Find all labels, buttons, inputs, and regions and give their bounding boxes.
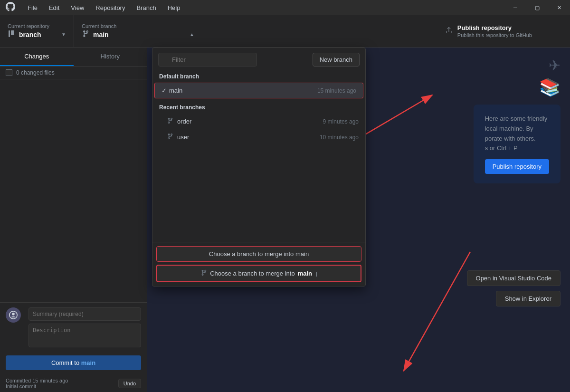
window-controls: ─ ▢ ✕ xyxy=(504,0,570,15)
branch-item-order[interactable]: order 9 minutes ago xyxy=(152,114,365,129)
last-commit-bar: Committed 15 minutes ago Initial commit … xyxy=(0,375,147,392)
tab-history[interactable]: History xyxy=(74,48,147,66)
titlebar: File Edit View Repository Branch Help ─ … xyxy=(0,0,570,15)
menu-help[interactable]: Help xyxy=(163,2,185,13)
branch-time-user: 10 minutes ago xyxy=(320,134,359,141)
cursor-indicator: | xyxy=(316,271,317,277)
committed-time: Committed 15 minutes ago xyxy=(6,378,68,383)
commit-description-input[interactable] xyxy=(28,324,141,347)
tab-changes[interactable]: Changes xyxy=(0,48,74,66)
merge-button-1[interactable]: Choose a branch to merge into main xyxy=(156,246,361,262)
branch-git-icon-order xyxy=(167,117,175,125)
open-vscode-button[interactable]: Open in Visual Studio Code xyxy=(467,270,560,286)
merge-btn-2-branch: main xyxy=(298,270,312,277)
recent-branches-section-title: Recent branches xyxy=(152,102,365,114)
current-branch-section[interactable]: Current branch main ▲ xyxy=(74,15,202,47)
branch-name-order: order xyxy=(177,118,323,125)
merge-btn-1-label: Choose a branch to merge into main xyxy=(209,250,309,258)
menu-repository[interactable]: Repository xyxy=(91,2,130,13)
search-wrap: 🔍 xyxy=(158,53,309,67)
branch-chevron-icon: ▲ xyxy=(190,32,194,37)
branch-dropdown: 🔍 New branch Default branch ✓ main 15 mi… xyxy=(152,48,366,287)
show-explorer-button[interactable]: Show in Explorer xyxy=(496,291,560,306)
publish-repository-button[interactable]: Publish repository xyxy=(485,159,549,174)
branch-icon xyxy=(82,30,89,39)
new-branch-button[interactable]: New branch xyxy=(313,53,360,67)
commit-message: Initial commit xyxy=(6,383,68,389)
branch-item-main[interactable]: ✓ main 15 minutes ago xyxy=(154,83,363,98)
undo-button[interactable]: Undo xyxy=(118,379,141,388)
current-repo-section[interactable]: Current repository branch ▼ xyxy=(0,15,74,47)
sidebar-tabs: Changes History xyxy=(0,48,147,67)
menu-edit[interactable]: Edit xyxy=(44,2,64,13)
merge-branch-icon xyxy=(200,269,207,277)
publish-repo-title: Publish repository xyxy=(457,24,532,31)
select-all-checkbox[interactable] xyxy=(6,69,12,76)
branch-time-order: 9 minutes ago xyxy=(323,118,359,125)
sidebar: Changes History 0 changed files xyxy=(0,48,147,392)
menu-branch[interactable]: Branch xyxy=(132,2,161,13)
close-button[interactable]: ✕ xyxy=(548,0,570,15)
menu-file[interactable]: File xyxy=(23,2,42,13)
info-text-3: porate with others. xyxy=(485,134,549,144)
current-branch-value: main xyxy=(93,31,109,38)
dropdown-search-area: 🔍 New branch xyxy=(152,48,365,71)
menu-view[interactable]: View xyxy=(66,2,89,13)
changed-files-count: 0 changed files xyxy=(16,69,55,76)
branch-name-user: user xyxy=(177,134,320,141)
upload-icon xyxy=(445,27,453,36)
book-icon: 📚 xyxy=(539,77,560,97)
toolbar: Current repository branch ▼ Current bran… xyxy=(0,15,570,48)
maximize-button[interactable]: ▢ xyxy=(526,0,548,15)
branch-name-main: main xyxy=(169,87,317,94)
commit-area: Commit to main xyxy=(0,302,147,375)
branch-git-icon-user xyxy=(167,133,175,141)
info-text-4: s or Ctrl + P xyxy=(485,143,549,153)
merge-button-2[interactable]: Choose a branch to merge into main | xyxy=(156,265,361,282)
commit-button[interactable]: Commit to main xyxy=(6,355,141,370)
current-repo-label: Current repository xyxy=(8,23,66,29)
repo-icon xyxy=(8,30,15,39)
svg-line-4 xyxy=(404,252,470,371)
branch-check-icon: ✓ xyxy=(162,87,169,94)
menu-bar: File Edit View Repository Branch Help xyxy=(23,2,185,13)
sidebar-content xyxy=(0,79,147,302)
default-branch-section-title: Default branch xyxy=(152,71,365,83)
svg-rect-0 xyxy=(9,30,10,37)
branch-filter-input[interactable] xyxy=(158,53,257,67)
publish-repo-subtitle: Publish this repository to GitHub xyxy=(457,32,532,38)
svg-rect-1 xyxy=(11,30,14,35)
current-branch-label: Current branch xyxy=(82,23,194,29)
merge-btn-2-prefix: Choose a branch to merge into xyxy=(210,270,295,277)
minimize-button[interactable]: ─ xyxy=(504,0,526,15)
dropdown-footer: Choose a branch to merge into main Choos… xyxy=(152,242,365,286)
branch-time-main: 15 minutes ago xyxy=(317,87,356,94)
github-logo-icon xyxy=(6,2,15,14)
changes-bar: 0 changed files xyxy=(0,67,147,79)
avatar xyxy=(6,307,21,323)
branch-item-user[interactable]: user 10 minutes ago xyxy=(152,129,365,145)
info-text-2: local machine. By xyxy=(485,124,549,134)
publish-toolbar-section[interactable]: Publish repository Publish this reposito… xyxy=(436,15,570,47)
commit-summary-input[interactable] xyxy=(28,307,141,321)
current-repo-value: branch xyxy=(19,31,41,38)
plane-icon: ✈ xyxy=(549,57,560,74)
info-text-1: Here are some friendly xyxy=(485,114,549,124)
repo-chevron-icon: ▼ xyxy=(61,32,66,37)
